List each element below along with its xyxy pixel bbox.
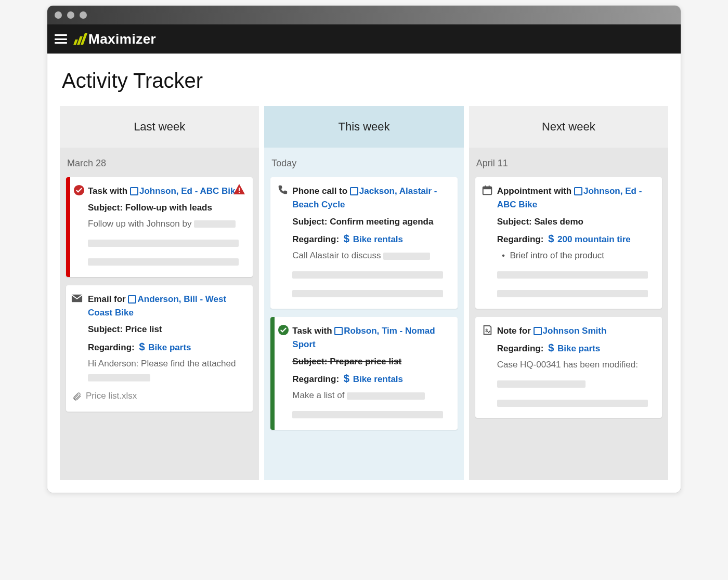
tab-last-week[interactable]: Last week [60, 106, 259, 148]
dollar-icon: $ [344, 371, 349, 387]
contact-link[interactable]: Johnson, Ed - ABC Bike [130, 186, 240, 196]
subject-text: Sales demo [534, 217, 583, 227]
brand-name: Maximizer [88, 31, 156, 47]
week-tabs: Last week This week Next week [47, 106, 681, 148]
status-stripe [270, 317, 275, 430]
subject-prefix: Subject: [497, 217, 532, 227]
svg-rect-6 [483, 187, 491, 190]
column-date: April 11 [475, 148, 662, 177]
dollar-icon: $ [548, 231, 554, 247]
window-dot[interactable] [67, 11, 74, 19]
regarding-prefix: Regarding: [497, 234, 544, 244]
subject-text: Prepare price list [330, 357, 401, 366]
text-placeholder [347, 392, 425, 400]
activity-card[interactable]: Phone call to Jackson, Alastair - Beach … [270, 177, 457, 309]
svg-rect-1 [239, 188, 240, 191]
contact-icon [128, 295, 136, 304]
contact-icon [334, 327, 343, 335]
menu-icon[interactable] [55, 34, 67, 44]
svg-text:$: $ [485, 328, 488, 333]
brand-logo[interactable]: Maximizer [74, 31, 156, 47]
attachment-row[interactable]: Price list.xlsx [72, 389, 244, 403]
text-placeholder [292, 271, 443, 279]
regarding-prefix: Regarding: [88, 342, 135, 352]
card-body: Make a list of [292, 390, 344, 400]
text-placeholder [497, 400, 648, 407]
regarding-prefix: Regarding: [497, 344, 544, 353]
activity-card[interactable]: Task with Robson, Tim - Nomad Sport Subj… [270, 317, 457, 430]
subject-prefix: Subject: [292, 357, 327, 366]
contact-link[interactable]: Johnson Smith [534, 326, 607, 336]
column-last-week: March 28 Task with Johnson, Ed - ABC Bik… [60, 148, 259, 480]
activity-card[interactable]: Email for Anderson, Bill - West Coast Bi… [66, 285, 253, 412]
text-placeholder [88, 374, 150, 381]
tab-this-week[interactable]: This week [264, 106, 463, 148]
svg-rect-8 [488, 186, 489, 188]
text-placeholder [88, 240, 239, 247]
bullet-text: Brief intro of the product [510, 251, 604, 260]
card-body: Follow up with Johnson by [88, 219, 191, 229]
activity-card[interactable]: Appointment with Johnson, Ed - ABC Bike … [475, 177, 662, 309]
svg-rect-2 [239, 192, 240, 193]
check-circle-icon [278, 324, 289, 336]
card-body: Case HQ-00341 has been modified: [497, 360, 638, 370]
calendar-icon [482, 184, 493, 196]
note-icon: $ [482, 324, 493, 336]
regarding-link[interactable]: Bike rentals [353, 234, 403, 244]
check-circle-icon [73, 184, 85, 196]
subject-prefix: Subject: [88, 324, 123, 334]
column-next-week: April 11 Appointment with Johnson, Ed - … [469, 148, 668, 480]
subject-text: Confirm meeting agenda [330, 217, 433, 227]
text-placeholder [383, 253, 430, 260]
phone-icon [277, 184, 288, 196]
contact-icon [574, 187, 582, 195]
svg-rect-7 [485, 186, 486, 188]
card-type-label: Note for [497, 326, 531, 336]
regarding-link[interactable]: Bike parts [148, 342, 191, 352]
app-window: Maximizer Activity Tracker Last week Thi… [47, 5, 681, 493]
text-placeholder [292, 411, 443, 418]
subject-prefix: Subject: [292, 217, 327, 227]
subject-text: Follow-up with leads [125, 203, 212, 213]
card-type-label: Phone call to [292, 186, 347, 196]
attachment-name: Price list.xlsx [86, 389, 137, 403]
text-placeholder [292, 290, 443, 297]
page-body: Activity Tracker Last week This week Nex… [47, 54, 681, 493]
window-dot[interactable] [80, 11, 87, 19]
envelope-icon [71, 293, 83, 304]
column-date: Today [270, 148, 457, 177]
card-type-label: Appointment with [497, 186, 572, 196]
regarding-prefix: Regarding: [292, 234, 339, 244]
contact-icon [130, 187, 138, 195]
dollar-icon: $ [344, 231, 349, 247]
text-placeholder [194, 220, 236, 228]
paperclip-icon [72, 392, 82, 401]
subject-prefix: Subject: [88, 203, 123, 213]
subject-text: Price list [125, 324, 162, 334]
regarding-prefix: Regarding: [292, 374, 339, 384]
page-title: Activity Tracker [47, 66, 681, 106]
text-placeholder [497, 271, 648, 279]
card-type-label: Email for [88, 294, 126, 304]
column-date: March 28 [66, 148, 253, 177]
activity-card[interactable]: Task with Johnson, Ed - ABC Bike Subject… [66, 177, 253, 277]
contact-icon [350, 187, 358, 195]
regarding-link[interactable]: 200 mountain tire [557, 234, 631, 244]
tab-next-week[interactable]: Next week [469, 106, 668, 148]
app-header: Maximizer [47, 24, 681, 54]
card-body: Hi Anderson: Please find the attached [88, 359, 236, 368]
card-body: Call Alastair to discuss [292, 251, 381, 260]
columns: March 28 Task with Johnson, Ed - ABC Bik… [47, 148, 681, 493]
text-placeholder [88, 258, 239, 266]
window-dot[interactable] [55, 11, 62, 19]
brand-bars-icon [74, 33, 85, 45]
regarding-link[interactable]: Bike rentals [353, 374, 403, 384]
alert-icon [233, 183, 245, 195]
text-placeholder [497, 290, 648, 297]
column-this-week: Today Phone call to Jackson, Alastair - … [264, 148, 463, 480]
regarding-link[interactable]: Bike parts [557, 344, 600, 353]
activity-card[interactable]: $ Note for Johnson Smith Regarding: $ Bi… [475, 317, 662, 418]
card-type-label: Task with [88, 186, 127, 196]
status-stripe [66, 177, 70, 277]
text-placeholder [497, 380, 586, 388]
